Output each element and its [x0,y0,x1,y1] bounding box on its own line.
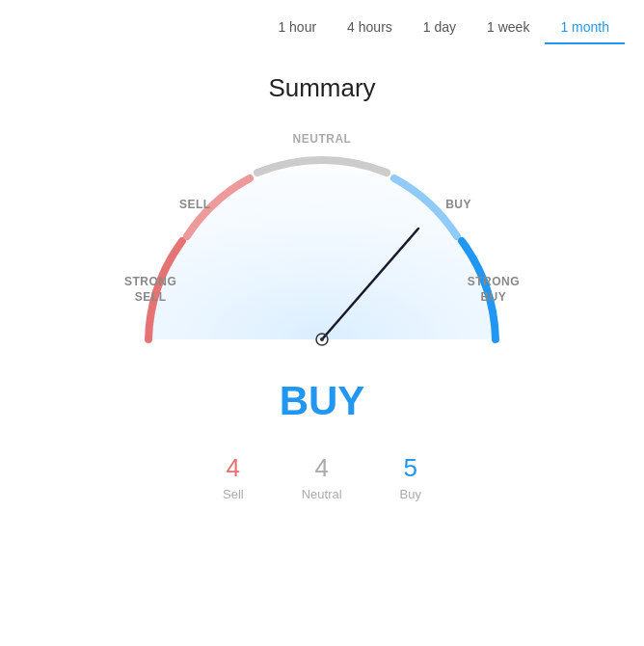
stat-neutral-label: Neutral [302,487,342,501]
label-neutral: NEUTRAL [293,132,352,146]
tab-1day[interactable]: 1 day [408,12,471,44]
tab-1hour[interactable]: 1 hour [262,12,332,44]
stat-sell-value: 4 [227,453,240,483]
stat-neutral: 4 Neutral [302,453,342,501]
stat-buy: 5 Buy [400,453,421,501]
stat-buy-label: Buy [400,487,421,501]
time-tabs: 1 hour 4 hours 1 day 1 week 1 month [0,0,644,44]
stat-sell: 4 Sell [223,453,244,501]
label-strong-sell: STRONGSELL [124,275,176,305]
tab-4hours[interactable]: 4 hours [332,12,408,44]
stat-sell-label: Sell [223,487,244,501]
tab-1week[interactable]: 1 week [471,12,545,44]
stat-buy-value: 5 [404,453,417,483]
gauge-svg [120,132,524,363]
label-strong-buy: STRONGBUY [468,275,520,305]
gauge-container: NEUTRAL SELL BUY STRONGSELL STRONGBUY [120,132,524,363]
summary-title: Summary [268,73,375,103]
main-content: Summary NEUTRAL SELL BUY STRONGSELL STRO… [0,44,644,501]
svg-point-2 [320,337,324,341]
signal-text: BUY [280,378,365,424]
stat-neutral-value: 4 [314,453,328,483]
tab-1month[interactable]: 1 month [545,12,625,44]
stats-row: 4 Sell 4 Neutral 5 Buy [223,453,421,501]
label-sell: SELL [179,198,211,211]
label-buy: BUY [445,198,471,211]
